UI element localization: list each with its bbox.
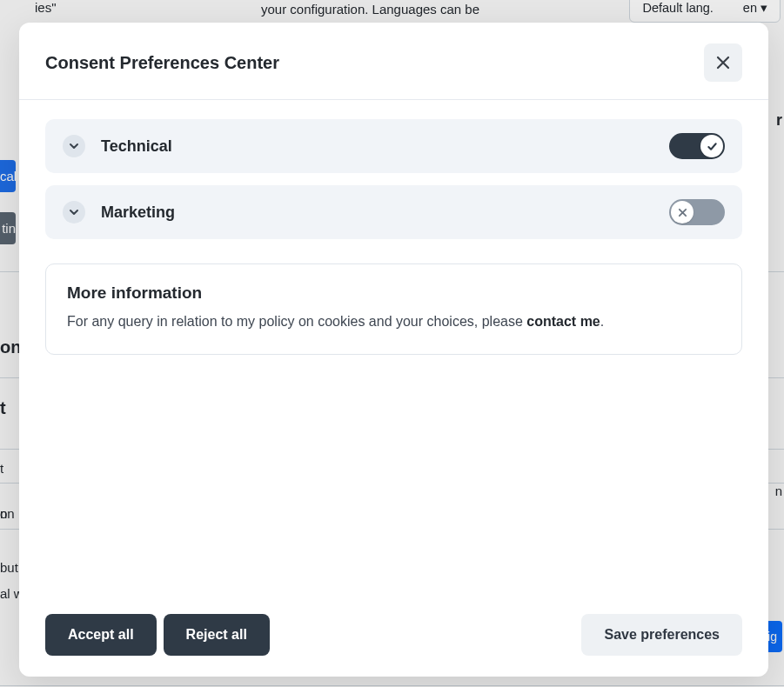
consent-preferences-modal: Consent Preferences Center Technical [19,23,768,677]
toggle-knob [700,135,723,157]
expand-technical-button[interactable] [63,135,85,157]
technical-toggle[interactable] [669,133,725,159]
x-icon [678,208,687,217]
category-left: Marketing [63,201,175,223]
modal-footer: Accept all Reject all Save preferences [19,595,768,677]
category-marketing: Marketing [45,185,742,239]
info-text: For any query in relation to my policy o… [67,311,720,333]
chevron-down-icon [69,207,79,217]
close-icon [715,55,731,70]
toggle-knob [671,201,694,223]
category-label: Marketing [101,203,175,222]
chevron-down-icon [69,141,79,151]
contact-me-link[interactable]: contact me [526,314,600,329]
more-information-box: More information For any query in relati… [45,263,742,355]
info-title: More information [67,283,720,303]
info-text-after: . [600,314,604,329]
category-left: Technical [63,135,172,157]
expand-marketing-button[interactable] [63,201,85,223]
check-icon [707,141,718,152]
save-preferences-button[interactable]: Save preferences [581,614,742,656]
category-technical: Technical [45,119,742,173]
info-text-before: For any query in relation to my policy o… [67,314,526,329]
marketing-toggle[interactable] [669,199,725,225]
reject-all-button[interactable]: Reject all [164,614,270,656]
category-label: Technical [101,137,172,156]
close-button[interactable] [704,43,742,82]
modal-header: Consent Preferences Center [19,23,768,100]
modal-body: Technical Marketing More inf [19,100,768,595]
footer-left: Accept all Reject all [45,614,270,656]
accept-all-button[interactable]: Accept all [45,614,157,656]
modal-title: Consent Preferences Center [45,53,279,73]
